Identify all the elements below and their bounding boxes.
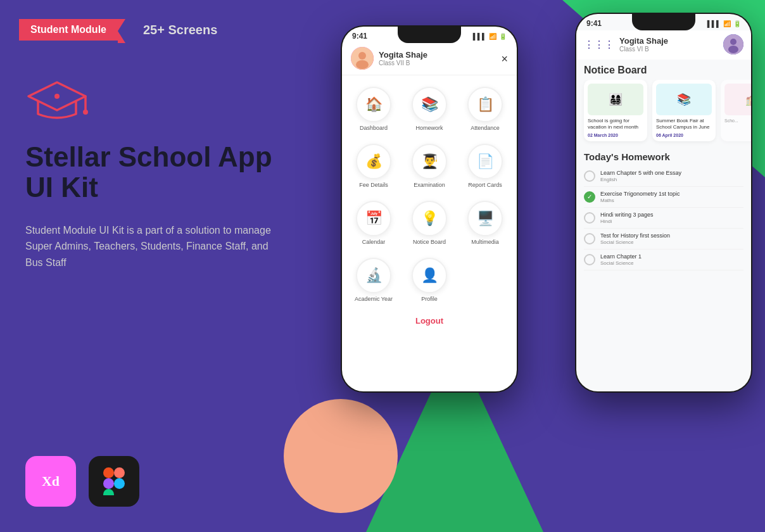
student-module-badge: Student Module bbox=[19, 19, 118, 41]
notice-card-1-text: School is going for vacation in next mon… bbox=[588, 118, 643, 131]
hw-item-4-info: Test for History first session Social Sc… bbox=[600, 232, 670, 245]
svg-rect-5 bbox=[114, 467, 125, 478]
p2-user-class: Class VI B bbox=[619, 46, 723, 53]
hw-item-2-info: Exercise Trigonometry 1st topic Maths bbox=[600, 191, 680, 203]
homework-list: Learn Chapter 5 with one Essay English ✓… bbox=[576, 166, 751, 270]
report-cards-icon-circle: 📄 bbox=[467, 144, 503, 179]
notice-card-3[interactable]: 🏫 Scho... bbox=[721, 80, 751, 141]
hw-item-3-text: Hindi writing 3 pages bbox=[600, 212, 654, 218]
phone-1-screen: 9:41 ▌▌▌ 📶 🔋 Yogita Shaje bbox=[342, 27, 517, 391]
menu-item-calendar[interactable]: 📅 Calendar bbox=[347, 194, 400, 249]
notice-card-3-text: Scho... bbox=[724, 118, 751, 124]
menu-item-homework[interactable]: 📚 Homework bbox=[403, 80, 456, 135]
academic-year-label: Academic Year bbox=[355, 296, 393, 302]
phone-2: 9:41 ▌▌▌ 📶 🔋 ⋮⋮⋮ Yogita Shaje Class VI B bbox=[575, 13, 752, 393]
p2-battery-icon: 🔋 bbox=[733, 20, 741, 27]
menu-item-examination[interactable]: 👨‍🎓 Examination bbox=[403, 137, 456, 192]
phone-1-time: 9:41 bbox=[352, 32, 367, 41]
close-button[interactable]: × bbox=[501, 53, 508, 66]
svg-rect-4 bbox=[103, 467, 114, 478]
hw-check-1[interactable] bbox=[584, 170, 595, 182]
menu-item-report-cards[interactable]: 📄 Report Cards bbox=[458, 137, 512, 192]
app-description: Student Module UI Kit is a part of a sol… bbox=[25, 222, 279, 271]
calendar-icon-circle: 📅 bbox=[356, 201, 391, 236]
svg-rect-7 bbox=[103, 489, 114, 495]
fee-details-icon-circle: 💰 bbox=[356, 144, 391, 179]
p2-grid-icon: ⋮⋮⋮ bbox=[584, 39, 614, 51]
svg-point-1 bbox=[54, 94, 60, 99]
phone-1-notch bbox=[398, 25, 461, 43]
phone-1: 9:41 ▌▌▌ 📶 🔋 Yogita Shaje bbox=[341, 25, 518, 393]
hw-item-2-text: Exercise Trigonometry 1st topic bbox=[600, 191, 680, 197]
notice-card-2[interactable]: 📚 Summer Book Fair at School Campus in J… bbox=[652, 80, 716, 141]
attendance-label: Attendance bbox=[471, 125, 500, 131]
phone-2-header: ⋮⋮⋮ Yogita Shaje Class VI B bbox=[576, 30, 751, 60]
p2-user-name: Yogita Shaje bbox=[619, 36, 723, 46]
fee-details-label: Fee Details bbox=[359, 182, 388, 188]
menu-item-fee-details[interactable]: 💰 Fee Details bbox=[347, 137, 400, 192]
notice-card-1-img: 👨‍👩‍👧‍👦 bbox=[588, 84, 643, 115]
phone-2-notch bbox=[632, 13, 695, 30]
examination-label: Examination bbox=[414, 182, 445, 188]
hw-item-4-subject: Social Science bbox=[600, 239, 670, 245]
phone-2-screen: 9:41 ▌▌▌ 📶 🔋 ⋮⋮⋮ Yogita Shaje Class VI B bbox=[576, 14, 751, 391]
report-cards-label: Report Cards bbox=[468, 182, 502, 188]
hw-check-5[interactable] bbox=[584, 254, 595, 265]
hw-item-3-subject: Hindi bbox=[600, 218, 654, 224]
hw-item-3-info: Hindi writing 3 pages Hindi bbox=[600, 212, 654, 224]
hw-item-5-info: Learn Chapter 1 Social Science bbox=[600, 253, 642, 266]
profile-label: Profile bbox=[421, 296, 438, 302]
hw-item-3: Hindi writing 3 pages Hindi bbox=[584, 208, 743, 229]
academic-year-icon-circle: 🔬 bbox=[356, 258, 391, 293]
notice-card-2-date: 06 April 2020 bbox=[656, 133, 712, 137]
left-content-area: Stellar School App UI Kit Student Module… bbox=[25, 76, 304, 271]
badge-label: Student Module bbox=[30, 24, 106, 35]
notice-card-2-text: Summer Book Fair at School Campus in Jun… bbox=[656, 118, 712, 131]
attendance-icon-circle: 📋 bbox=[467, 87, 503, 122]
notice-board-label: Notice Board bbox=[413, 239, 446, 245]
menu-item-multimedia[interactable]: 🖥️ Multimedia bbox=[458, 194, 512, 249]
logout-button[interactable]: Logout bbox=[342, 311, 517, 331]
phone-2-time: 9:41 bbox=[586, 19, 602, 28]
dashboard-label: Dashboard bbox=[360, 125, 388, 131]
hw-item-4-text: Test for History first session bbox=[600, 232, 670, 239]
p2-avatar bbox=[723, 34, 743, 54]
homework-label: Homework bbox=[415, 125, 443, 131]
menu-item-profile[interactable]: 👤 Profile bbox=[403, 251, 456, 306]
xd-label: Xd bbox=[42, 473, 60, 490]
signal-icon: ▌▌▌ bbox=[473, 33, 486, 40]
hw-item-1: Learn Chapter 5 with one Essay English bbox=[584, 166, 743, 187]
menu-item-notice-board[interactable]: 💡 Notice Board bbox=[403, 194, 456, 249]
app-title: Stellar School App UI Kit bbox=[25, 142, 304, 203]
tool-badges-area: Xd bbox=[25, 456, 139, 507]
menu-item-academic-year[interactable]: 🔬 Academic Year bbox=[347, 251, 400, 306]
menu-item-attendance[interactable]: 📋 Attendance bbox=[458, 80, 512, 135]
user-name-1: Yogita Shaje bbox=[379, 50, 427, 60]
hw-item-5-subject: Social Science bbox=[600, 260, 642, 266]
homework-icon-circle: 📚 bbox=[412, 87, 447, 122]
phone-1-status-icons: ▌▌▌ 📶 🔋 bbox=[473, 33, 507, 40]
hw-item-4: Test for History first session Social Sc… bbox=[584, 229, 743, 250]
hw-item-1-info: Learn Chapter 5 with one Essay English bbox=[600, 170, 681, 182]
notice-card-1[interactable]: 👨‍👩‍👧‍👦 School is going for vacation in … bbox=[584, 80, 647, 141]
figma-icon bbox=[103, 467, 125, 495]
notice-cards-container: 👨‍👩‍👧‍👦 School is going for vacation in … bbox=[576, 80, 751, 148]
hw-check-2[interactable]: ✓ bbox=[584, 191, 595, 203]
hw-item-1-text: Learn Chapter 5 with one Essay bbox=[600, 170, 681, 176]
svg-rect-6 bbox=[103, 478, 114, 489]
hw-check-4[interactable] bbox=[584, 233, 595, 244]
svg-point-14 bbox=[728, 46, 738, 53]
phone-1-header: Yogita Shaje Class VII B × bbox=[342, 43, 517, 75]
svg-point-8 bbox=[114, 478, 125, 489]
svg-point-3 bbox=[83, 110, 88, 115]
user-info-1: Yogita Shaje Class VII B bbox=[379, 50, 427, 66]
hw-item-1-subject: English bbox=[600, 177, 681, 182]
user-class-1: Class VII B bbox=[379, 60, 427, 66]
hw-check-3[interactable] bbox=[584, 212, 595, 224]
hw-item-5-text: Learn Chapter 1 bbox=[600, 253, 642, 260]
battery-icon: 🔋 bbox=[499, 33, 507, 40]
hw-item-5: Learn Chapter 1 Social Science bbox=[584, 250, 743, 270]
notice-card-2-img: 📚 bbox=[656, 84, 712, 115]
notice-card-1-date: 02 March 2020 bbox=[588, 133, 643, 137]
menu-item-dashboard[interactable]: 🏠 Dashboard bbox=[347, 80, 400, 135]
